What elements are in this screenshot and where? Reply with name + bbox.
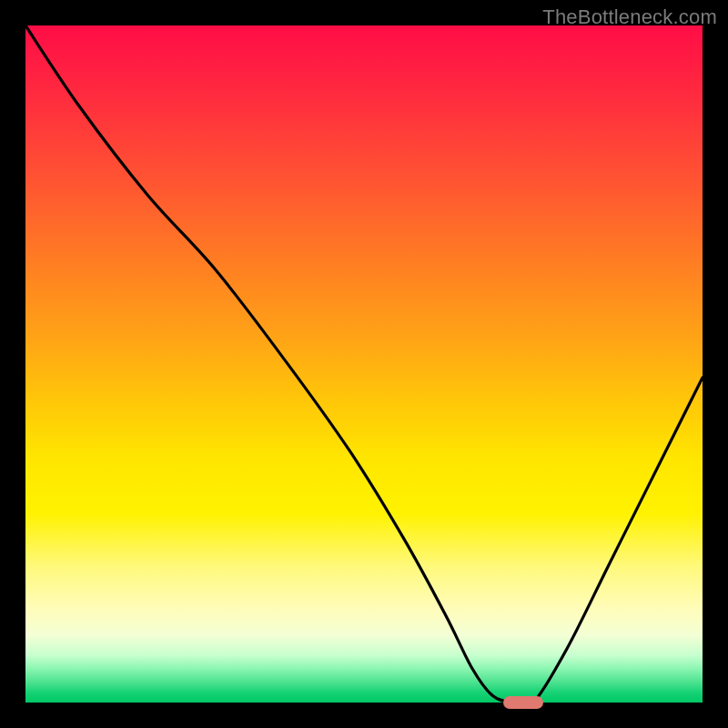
optimal-marker <box>503 696 544 710</box>
bottleneck-curve <box>25 25 703 703</box>
plot-area <box>25 25 703 703</box>
watermark-text: TheBottleneck.com <box>542 5 717 29</box>
chart-frame: TheBottleneck.com <box>0 0 728 728</box>
